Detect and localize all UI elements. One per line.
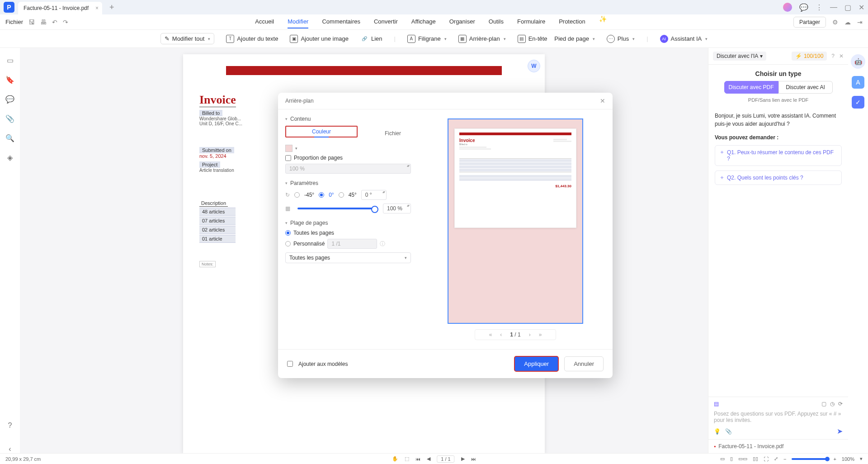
zoom-value[interactable]: 100% <box>842 456 854 462</box>
info-icon[interactable]: ⓘ <box>380 240 385 248</box>
token-chip[interactable]: ⚡ 100/100 <box>792 52 827 61</box>
radio-45[interactable] <box>339 192 344 198</box>
menu-formulaire[interactable]: Formulaire <box>517 15 545 28</box>
tab-add-icon[interactable]: + <box>106 3 118 12</box>
status-page-num[interactable]: 1 <box>441 456 443 462</box>
rail-chat-icon[interactable]: 🤖 <box>851 54 865 69</box>
more-dropdown[interactable]: ⋯Plus <box>607 35 635 43</box>
document-tab[interactable]: Facture-05-11 - Invoice.pdf × <box>18 2 102 14</box>
fullscreen-icon[interactable]: ⛶ <box>764 456 769 462</box>
export-icon[interactable]: ⇥ <box>857 19 863 26</box>
chat-tab-pdf[interactable]: Discuter avec PDF <box>724 81 778 94</box>
menu-convertir[interactable]: Convertir <box>374 15 398 28</box>
add-template-checkbox[interactable] <box>287 361 293 367</box>
suggestion-q1[interactable]: ✦Q1. Peux-tu résumer le contenu de ces P… <box>715 145 842 166</box>
view-book-icon[interactable]: ▯▯ <box>753 456 758 462</box>
word-badge-icon[interactable]: W <box>528 60 540 72</box>
attach-icon[interactable]: 📎 <box>725 428 732 435</box>
background-dropdown[interactable]: ▦Arrière-plan <box>458 35 506 43</box>
bookmarks-icon[interactable]: 🔖 <box>5 76 14 84</box>
first-icon[interactable]: ⏮ <box>415 456 420 462</box>
apply-button[interactable]: Appliquer <box>514 356 559 372</box>
controls-icon[interactable]: ⚙ <box>832 19 838 26</box>
send-icon[interactable]: ➤ <box>837 427 843 436</box>
radio-custom[interactable] <box>285 241 291 246</box>
radio-neg45[interactable] <box>294 192 300 198</box>
watermark-dropdown[interactable]: AFiligrane <box>407 35 447 43</box>
menu-modifier[interactable]: Modifier <box>288 15 308 28</box>
search-icon[interactable]: 🔍 <box>5 134 14 142</box>
cloud-icon[interactable]: ☁ <box>844 19 851 26</box>
opacity-slider[interactable] <box>297 208 376 209</box>
redo-icon[interactable]: ↷ <box>63 19 68 26</box>
rotation-input[interactable]: 0 ° <box>361 190 387 200</box>
select-tool-icon[interactable]: ⬚ <box>405 456 409 462</box>
maximize-icon[interactable]: ▢ <box>844 3 851 12</box>
zoom-in-icon[interactable]: + <box>833 456 836 462</box>
collapse-icon[interactable]: ‹ <box>9 445 11 453</box>
menu-protection[interactable]: Protection <box>559 15 585 28</box>
hand-tool-icon[interactable]: ✋ <box>392 456 398 462</box>
share-button[interactable]: Partager <box>793 17 826 28</box>
reader-icon[interactable]: ⤢ <box>774 456 778 462</box>
menu-affichage[interactable]: Affichage <box>411 15 436 28</box>
next-icon[interactable]: ▶ <box>461 456 465 462</box>
page-range-select[interactable]: Toutes les pages <box>285 252 411 263</box>
menu-commentaires[interactable]: Commentaires <box>322 15 360 28</box>
radio-0[interactable] <box>319 192 324 198</box>
prev-page-icon[interactable]: ‹ <box>500 331 502 338</box>
chat-doc-icon[interactable]: ▤ <box>714 401 719 407</box>
edit-all-dropdown[interactable]: ✎ Modifier tout <box>160 33 215 44</box>
user-avatar[interactable] <box>783 3 792 12</box>
section-range[interactable]: Plage de pages <box>285 220 411 226</box>
radio-all-pages[interactable] <box>285 230 291 236</box>
last-page-icon[interactable]: » <box>539 331 542 338</box>
comments-icon[interactable]: 💬 <box>5 95 14 104</box>
bulb-icon[interactable]: 💡 <box>714 428 721 435</box>
close-icon[interactable]: ✕ <box>859 3 864 12</box>
prev-icon[interactable]: ◀ <box>427 456 430 462</box>
menu-accueil[interactable]: Accueil <box>255 15 274 28</box>
header-footer-dropdown[interactable]: ▤En-tête Pied de page <box>518 35 595 43</box>
print-icon[interactable]: 🖶 <box>40 19 47 26</box>
message-icon[interactable]: 💬 <box>799 3 808 12</box>
proportion-input[interactable]: 100 % <box>285 164 411 174</box>
chat-input[interactable]: Posez des questions sur vos PDF. Appuyez… <box>714 411 843 423</box>
sparkle-icon[interactable]: ✨ <box>599 15 607 28</box>
chat-clock-icon[interactable]: ◷ <box>830 401 835 407</box>
chat-refresh-icon[interactable]: ⟳ <box>838 401 843 407</box>
chat-tab-ai[interactable]: Discuter avec AI <box>778 81 833 94</box>
view-cont-icon[interactable]: ▯ <box>730 456 733 462</box>
zoom-out-icon[interactable]: − <box>783 456 786 462</box>
next-page-icon[interactable]: › <box>529 331 531 338</box>
link-button[interactable]: 🔗Lien <box>360 35 382 43</box>
rail-check-icon[interactable]: ✓ <box>852 96 864 109</box>
zoom-slider[interactable] <box>792 458 828 460</box>
tab-file[interactable]: Fichier <box>385 130 401 137</box>
rail-translate-icon[interactable]: A <box>852 76 864 89</box>
custom-range-input[interactable]: 1 /1 <box>327 239 377 249</box>
file-menu[interactable]: Fichier <box>5 19 23 25</box>
opacity-input[interactable]: 100 % <box>383 204 411 213</box>
cancel-button[interactable]: Annuler <box>564 356 604 371</box>
undo-icon[interactable]: ↶ <box>52 19 57 26</box>
save-icon[interactable]: 🖫 <box>28 19 35 26</box>
proportion-checkbox[interactable] <box>285 155 291 161</box>
section-content[interactable]: Contenu <box>285 116 411 122</box>
help-icon[interactable]: ? <box>8 421 12 430</box>
chat-copy-icon[interactable]: ▢ <box>821 401 826 407</box>
first-page-icon[interactable]: « <box>489 331 492 338</box>
chat-close-icon[interactable]: ✕ <box>839 53 844 59</box>
minimize-icon[interactable]: — <box>830 3 837 11</box>
menu-outils[interactable]: Outils <box>489 15 504 28</box>
view-single-icon[interactable]: ▭ <box>720 456 725 462</box>
tab-close-icon[interactable]: × <box>95 5 99 11</box>
add-text-button[interactable]: TAjouter du texte <box>226 35 278 43</box>
chat-mode-dropdown[interactable]: Discuter avec l'IA ▾ <box>713 52 766 61</box>
thumbnails-icon[interactable]: ▭ <box>7 56 14 65</box>
chat-file-row[interactable]: ▪ Facture-05-11 - Invoice.pdf <box>708 439 848 453</box>
add-image-button[interactable]: ▣Ajouter une image <box>290 35 349 43</box>
modal-close-icon[interactable]: ✕ <box>600 97 605 104</box>
color-swatch-dropdown[interactable] <box>285 145 411 152</box>
layers-icon[interactable]: ◈ <box>7 153 13 162</box>
